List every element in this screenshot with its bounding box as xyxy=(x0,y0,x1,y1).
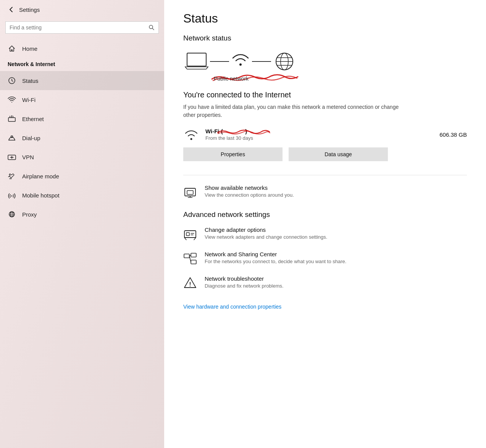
svg-rect-19 xyxy=(187,53,206,66)
svg-point-13 xyxy=(11,196,13,197)
sidebar-item-label-proxy: Proxy xyxy=(22,211,37,218)
svg-rect-28 xyxy=(187,191,193,194)
properties-button[interactable]: Properties xyxy=(183,147,283,161)
action-item-sharing[interactable]: Network and Sharing Center For the netwo… xyxy=(183,251,467,265)
svg-rect-37 xyxy=(184,254,189,258)
divider-1 xyxy=(183,175,467,175)
status-icon xyxy=(8,76,16,85)
network-diagram xyxy=(183,50,467,73)
sidebar-item-vpn[interactable]: VPN xyxy=(0,147,164,167)
sharing-title: Network and Sharing Center xyxy=(205,251,346,257)
sharing-desc: For the networks you connect to, decide … xyxy=(205,259,346,264)
sidebar-item-status[interactable]: Status xyxy=(0,71,164,90)
show-networks-title: Show available networks xyxy=(205,184,294,191)
sidebar-item-label-ethernet: Ethernet xyxy=(22,116,44,122)
sharing-text: Network and Sharing Center For the netwo… xyxy=(205,251,346,264)
wifi-name-row: Wi-Fi ( ●●●●●●) xyxy=(205,128,433,134)
page-title: Status xyxy=(183,11,467,26)
adapter-text: Change adapter options View network adap… xyxy=(205,226,327,240)
action-item-adapter[interactable]: Change adapter options View network adap… xyxy=(183,226,467,241)
troubleshooter-icon xyxy=(183,276,197,290)
svg-rect-38 xyxy=(191,253,196,257)
svg-rect-27 xyxy=(185,188,195,196)
globe-icon xyxy=(271,50,298,73)
sidebar-item-proxy[interactable]: Proxy xyxy=(0,205,164,224)
hotspot-icon xyxy=(8,191,16,199)
home-icon xyxy=(8,44,16,53)
line-left xyxy=(210,61,229,62)
svg-line-1 xyxy=(152,28,154,30)
search-icon xyxy=(149,24,155,31)
troubleshooter-text: Network troubleshooter Diagnose and fix … xyxy=(205,275,284,289)
advanced-heading: Advanced network settings xyxy=(183,210,467,219)
sidebar-item-wifi[interactable]: Wi-Fi xyxy=(0,90,164,109)
wifi-usage: 606.38 GB xyxy=(439,131,467,138)
search-box[interactable] xyxy=(5,21,159,34)
sidebar-item-airplane[interactable]: Airplane mode xyxy=(0,167,164,186)
sidebar-item-label-status: Status xyxy=(22,78,39,84)
svg-rect-32 xyxy=(186,233,189,236)
show-networks-item[interactable]: Show available networks View the connect… xyxy=(183,184,467,199)
wifi-name: Wi-Fi ( ●●●●●●) xyxy=(205,128,247,134)
sidebar-item-label-vpn: VPN xyxy=(22,154,34,160)
network-label: Public network xyxy=(214,76,249,82)
wifi-diagram-icon xyxy=(229,50,252,73)
search-input[interactable] xyxy=(10,24,145,31)
sharing-icon xyxy=(183,252,197,265)
troubleshooter-title: Network troubleshooter xyxy=(205,275,284,282)
svg-point-11 xyxy=(11,157,13,158)
vpn-icon xyxy=(8,153,16,161)
main-content: Status Network status Public xyxy=(164,0,486,448)
svg-point-43 xyxy=(190,286,191,286)
wifi-sub: From the last 30 days xyxy=(205,135,433,141)
sidebar-item-label-airplane: Airplane mode xyxy=(22,173,59,180)
airplane-icon xyxy=(8,172,16,180)
connected-heading: You're connected to the Internet xyxy=(183,91,467,99)
svg-point-20 xyxy=(239,63,242,66)
sidebar-item-home[interactable]: Home xyxy=(0,39,164,58)
adapter-desc: View network adapters and change connect… xyxy=(205,234,327,240)
sidebar-item-label-dialup: Dial-up xyxy=(22,135,40,141)
sidebar-header: Settings xyxy=(0,0,164,18)
adapter-title: Change adapter options xyxy=(205,226,327,233)
laptop-icon xyxy=(183,50,210,73)
dialup-icon xyxy=(8,134,16,142)
adapter-icon xyxy=(183,227,197,241)
hardware-link[interactable]: View hardware and connection properties xyxy=(183,304,281,310)
wifi-small-icon xyxy=(183,128,199,141)
svg-point-8 xyxy=(11,136,13,138)
sidebar-item-label-wifi: Wi-Fi xyxy=(22,97,36,103)
show-networks-icon xyxy=(183,185,197,199)
connected-desc: If you have a limited data plan, you can… xyxy=(183,103,405,119)
show-networks-text: Show available networks View the connect… xyxy=(205,184,294,198)
network-label-container: Public network xyxy=(214,75,321,82)
svg-line-35 xyxy=(184,238,186,240)
sidebar: Settings Home Network & Internet Status xyxy=(0,0,164,448)
sidebar-item-ethernet[interactable]: Ethernet xyxy=(0,109,164,128)
network-status-heading: Network status xyxy=(183,34,467,42)
show-networks-desc: View the connection options around you. xyxy=(205,192,294,198)
wifi-info: Wi-Fi ( ●●●●●●) From the last 30 days xyxy=(205,128,433,141)
back-icon xyxy=(8,6,15,13)
svg-point-26 xyxy=(191,138,192,140)
window-title: Settings xyxy=(19,6,40,13)
back-button[interactable] xyxy=(8,6,15,13)
proxy-icon xyxy=(8,210,16,218)
line-right xyxy=(252,61,271,62)
sidebar-section-title: Network & Internet xyxy=(0,58,164,71)
sidebar-item-dialup[interactable]: Dial-up xyxy=(0,128,164,147)
sidebar-item-label-hotspot: Mobile hotspot xyxy=(22,192,60,199)
btn-row: Properties Data usage xyxy=(183,147,467,161)
wifi-icon xyxy=(8,95,16,104)
action-item-troubleshooter[interactable]: Network troubleshooter Diagnose and fix … xyxy=(183,275,467,290)
wifi-row: Wi-Fi ( ●●●●●●) From the last 30 days 60… xyxy=(183,128,467,141)
wifi-name-scribble xyxy=(217,128,270,136)
svg-line-36 xyxy=(194,238,196,240)
ethernet-icon xyxy=(8,115,16,123)
troubleshooter-desc: Diagnose and fix network problems. xyxy=(205,283,284,289)
svg-rect-3 xyxy=(8,118,15,121)
data-usage-button[interactable]: Data usage xyxy=(289,147,388,161)
svg-rect-39 xyxy=(191,260,196,264)
sidebar-item-label-home: Home xyxy=(22,45,37,52)
sidebar-item-hotspot[interactable]: Mobile hotspot xyxy=(0,186,164,205)
